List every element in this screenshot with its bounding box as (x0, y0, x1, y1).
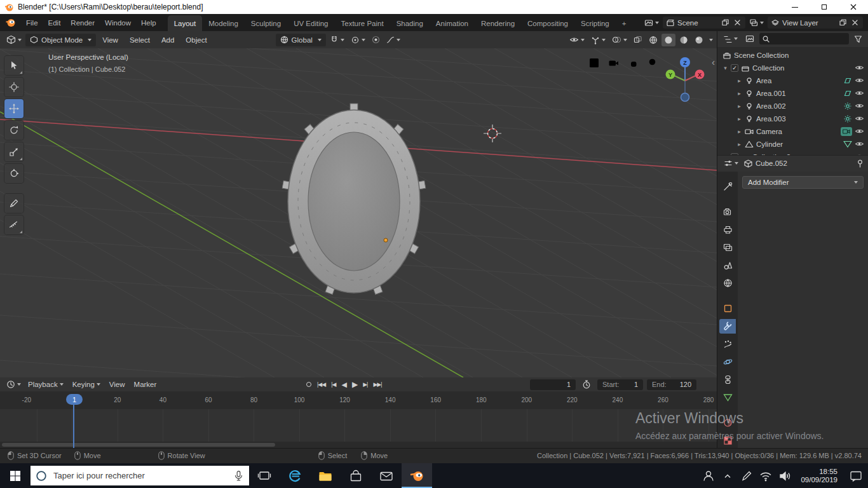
tab-uv-editing[interactable]: UV Editing (287, 15, 334, 31)
start-button[interactable] (0, 463, 31, 488)
move-view-hand-button[interactable] (631, 59, 637, 67)
stargate-object[interactable] (282, 104, 426, 294)
outliner-row-camera[interactable]: ▸ Camera (717, 125, 868, 138)
disclosure-triangle-icon[interactable]: ▸ (736, 90, 742, 97)
constraint-properties-tab[interactable] (719, 372, 736, 387)
disclosure-triangle-icon[interactable]: ▸ (736, 128, 742, 135)
timeline-ruler[interactable]: -200204060801001201401601802002202402602… (0, 391, 717, 409)
visibility-eye-icon[interactable] (855, 64, 864, 72)
sun-light-data-icon[interactable] (843, 102, 852, 111)
add-workspace-button[interactable]: + (616, 15, 633, 31)
show-hidden-icons-button[interactable] (718, 463, 737, 488)
outliner-row-cylinder[interactable]: ▸ Cylinder (717, 138, 868, 151)
modifier-properties-tab[interactable] (719, 319, 736, 334)
tab-scripting[interactable]: Scripting (574, 15, 616, 31)
disclosure-triangle-icon[interactable]: ▾ (722, 65, 728, 71)
shading-dropdown-icon[interactable] (709, 39, 713, 41)
tab-shading[interactable]: Shading (390, 15, 430, 31)
texture-properties-tab[interactable] (719, 433, 736, 448)
menu-window[interactable]: Window (100, 14, 136, 31)
overlays-dropdown[interactable] (609, 34, 630, 46)
area-light-data-icon[interactable] (843, 89, 852, 98)
object-data-properties-tab[interactable] (719, 390, 736, 405)
measure-tool-button[interactable] (4, 215, 24, 234)
shading-rendered-button[interactable] (692, 34, 706, 46)
tab-texture-paint[interactable]: Texture Paint (335, 15, 390, 31)
menu-select[interactable]: Select (125, 36, 155, 44)
shading-solid-button[interactable] (661, 34, 675, 46)
outliner-row-area[interactable]: ▸ Area (717, 74, 868, 87)
taskbar-search-input[interactable] (52, 470, 227, 481)
visibility-eye-icon[interactable] (855, 76, 864, 85)
scrollbar-thumb[interactable] (2, 443, 275, 447)
blender-app-menu-button[interactable] (0, 14, 21, 31)
play-button[interactable]: ▶ (349, 380, 360, 389)
menu-add[interactable]: Add (156, 36, 179, 44)
pen-tray-button[interactable] (737, 463, 756, 488)
tab-sculpting[interactable]: Sculpting (245, 15, 287, 31)
outliner-editor-type-button[interactable] (721, 32, 740, 45)
show-hide-dropdown[interactable] (567, 34, 587, 46)
microphone-icon[interactable] (233, 470, 244, 482)
jump-to-start-button[interactable]: |◀◀ (315, 381, 328, 388)
outliner-row-area003[interactable]: ▸ Area.003 (717, 112, 868, 125)
mesh-data-icon[interactable] (843, 140, 852, 149)
outliner-row-collection[interactable]: ▾ ✓ Collection (717, 62, 868, 74)
particle-properties-tab[interactable] (719, 337, 736, 351)
new-scene-button[interactable] (721, 19, 730, 26)
view-layer-selector[interactable]: View Layer (768, 17, 863, 29)
volume-tray-button[interactable] (775, 463, 794, 488)
disclosure-triangle-icon[interactable]: ▸ (736, 141, 742, 147)
remove-view-layer-button[interactable] (851, 20, 859, 25)
scale-tool-button[interactable] (4, 142, 24, 161)
tool-properties-tab[interactable] (719, 179, 736, 194)
mail-taskbar-button[interactable] (371, 463, 402, 488)
output-properties-tab[interactable] (719, 222, 736, 237)
tab-animation[interactable]: Animation (430, 15, 475, 31)
visibility-eye-icon[interactable] (855, 102, 864, 110)
navigation-gizmo[interactable]: Z Y X (666, 57, 705, 102)
select-box-tool-button[interactable] (4, 56, 24, 75)
preview-range-button[interactable] (580, 378, 593, 391)
area-light-data-icon[interactable] (843, 76, 852, 85)
tab-modeling[interactable]: Modeling (202, 15, 245, 31)
pin-icon[interactable] (856, 159, 864, 168)
menu-object[interactable]: Object (180, 36, 212, 44)
task-view-button[interactable] (249, 463, 280, 488)
transform-orientation-dropdown[interactable]: Global (276, 34, 326, 46)
outliner-search-input[interactable] (772, 34, 846, 43)
sidebar-collapse-chevron[interactable]: ‹ (712, 57, 715, 67)
outliner-row-collection2[interactable]: ▾ ✓ Collection 2 (717, 151, 868, 155)
physics-properties-tab[interactable] (719, 355, 736, 369)
gizmo-negative-z-axis[interactable] (681, 93, 689, 102)
snap-toggle-button[interactable] (327, 34, 347, 46)
menu-view[interactable]: View (97, 36, 123, 44)
visibility-eye-icon[interactable] (855, 127, 864, 135)
network-tray-button[interactable] (756, 463, 775, 488)
next-keyframe-button[interactable]: ▶| (360, 381, 370, 388)
shading-wireframe-button[interactable] (646, 34, 660, 46)
menu-marker[interactable]: Marker (130, 381, 161, 388)
menu-edit[interactable]: Edit (43, 14, 66, 31)
properties-editor-type-button[interactable] (721, 157, 741, 170)
timeline-editor-type-button[interactable] (4, 378, 24, 391)
visibility-eye-icon[interactable] (855, 140, 864, 148)
tab-layout[interactable]: Layout (168, 15, 203, 31)
menu-keying[interactable]: Keying (68, 381, 105, 388)
unlink-scene-button[interactable] (733, 20, 742, 25)
frame-start-field[interactable]: Start: 1 (597, 379, 643, 390)
people-tray-button[interactable] (699, 463, 718, 488)
close-button[interactable] (839, 0, 868, 14)
outliner-search[interactable] (759, 33, 849, 44)
menu-help[interactable]: Help (136, 14, 161, 31)
transform-tool-button[interactable] (4, 164, 24, 183)
browse-scene-button[interactable] (643, 18, 660, 27)
outliner-row-scene-collection[interactable]: Scene Collection (717, 49, 868, 62)
tab-rendering[interactable]: Rendering (475, 15, 521, 31)
outliner-filter-button[interactable] (851, 32, 865, 45)
proportional-editing-button[interactable] (369, 34, 383, 46)
rotate-tool-button[interactable] (4, 121, 24, 140)
disclosure-triangle-icon[interactable]: ▸ (736, 103, 742, 109)
frame-end-field[interactable]: End: 120 (647, 379, 696, 390)
zoom-view-button[interactable] (649, 59, 658, 67)
